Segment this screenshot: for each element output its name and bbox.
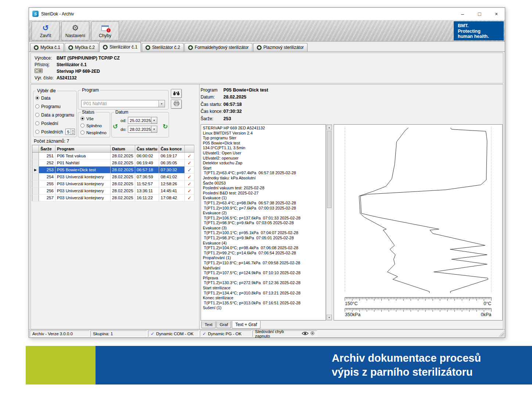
date-forward-refresh-icon[interactable]: ↻	[163, 124, 168, 130]
check-icon: ✓	[151, 331, 154, 336]
radio-vyber-data-a-programu[interactable]: Data a programu	[35, 111, 75, 118]
minimize-button[interactable]: –	[454, 8, 471, 20]
radio-status-v-e[interactable]: Vše	[80, 115, 109, 122]
chevron-down-icon[interactable]: ▼	[158, 100, 165, 107]
chevron-down-icon[interactable]: ▼	[151, 126, 157, 133]
spin-up-icon[interactable]: ▲	[71, 129, 75, 132]
view-tab-graf[interactable]: Graf	[216, 321, 231, 328]
date-to-field[interactable]: 28.02.2025 ▼	[128, 126, 157, 133]
close-button[interactable]: ×	[488, 8, 505, 20]
close-toolbar-label: Zavřít	[40, 33, 51, 38]
table-row-256[interactable]: 256P03 Univerzál kontejnery28.02.202513:…	[32, 187, 194, 194]
detail-konec-value: 07:30:32	[223, 109, 242, 114]
radio-indicator	[80, 130, 85, 135]
device-tab-steriliz-tor-1[interactable]: Sterilizátor č.1	[99, 42, 141, 52]
log-line: Poslední B&D test: 2025-02-27	[203, 191, 326, 196]
device-tab-my-ka-2[interactable]: Myčka č.2	[65, 43, 98, 51]
device-icon	[188, 45, 193, 50]
cell-konec: 07:30:32	[159, 167, 185, 174]
device-icon	[34, 45, 39, 50]
pristroj-label: Přístroj:	[35, 62, 57, 67]
log-scrollbar[interactable]: ▲ ▼	[326, 124, 332, 321]
cell-sarze: 255	[39, 180, 55, 187]
date-from-value[interactable]: 25.02.2025	[128, 117, 151, 124]
device-tab-my-ka-1[interactable]: Myčka č.1	[30, 43, 64, 51]
table-row-253[interactable]: ▶253P05 Bowie+Dick test28.02.202506:57:1…	[32, 167, 194, 174]
banner-line2: výpis z parního sterilizátoru	[332, 365, 481, 379]
log-line: Start	[203, 166, 326, 171]
column-header-ar-e[interactable]: Šarže	[39, 145, 55, 153]
radio-label: Nesplněno	[86, 130, 107, 135]
radio-indicator	[35, 121, 39, 125]
view-tab-text[interactable]: Text	[201, 321, 216, 328]
log-line: Poslední vakuum test: 2025-02-28	[203, 186, 326, 191]
radio-vyber-programu[interactable]: Programu	[35, 103, 75, 110]
device-tab-formaldehydov-steriliz-tor[interactable]: Formaldehydový sterilizátor	[184, 43, 252, 51]
table-row-257[interactable]: 257P03 Univerzál kontejnery28.02.202516:…	[32, 194, 194, 201]
status-segment-dynamic-com-ok: ✓Dynamic COM - OK	[148, 330, 199, 337]
scroll-down-icon[interactable]: ▼	[327, 315, 332, 320]
banner-green-block	[26, 346, 96, 385]
panel-divider	[199, 85, 200, 329]
svg-text:350kPa: 350kPa	[345, 312, 360, 317]
print-button[interactable]	[171, 100, 182, 109]
log-line: Nahřívání	[203, 266, 326, 271]
radio-vyber-posledn[interactable]: Poslední	[35, 120, 75, 127]
titlebar: S SteriDok - Archiv – □ ×	[29, 8, 505, 20]
date-back-refresh-icon[interactable]: ↺	[113, 124, 118, 130]
scroll-up-icon[interactable]: ▲	[327, 125, 332, 130]
row-marker	[32, 160, 39, 167]
log-line: T(PT1.2)=135.5°C; p=313.0kPa 07:16:51 20…	[203, 301, 326, 306]
table-row-255[interactable]: 255P03 Univerzál kontejnery28.02.202511:…	[32, 180, 194, 187]
spin-down-icon[interactable]: ▼	[71, 132, 75, 135]
radio-vyber-posledn-ch[interactable]: Posledních5▲▼	[35, 128, 75, 135]
radio-status-spln-no[interactable]: Splněno	[80, 122, 109, 129]
device-tab-plazmov-steriliz-tor[interactable]: Plazmový sterilizátor	[253, 43, 308, 51]
scrollbar-thumb[interactable]	[327, 131, 331, 208]
program-combobox[interactable]: P01 Nahřátí ▼	[81, 100, 165, 107]
logo-line2: Protecting	[458, 29, 504, 34]
process-log[interactable]: STERIVAP HP 669 2ED A5241132Linux BMTDIS…	[201, 124, 326, 321]
table-row-254[interactable]: 254P03 Univerzál kontejnery28.02.202507:…	[32, 174, 194, 180]
bmt-logo: BMT. Protecting human health.	[454, 21, 504, 40]
row-marker	[32, 153, 39, 160]
datum-group: Datum ↺ ↻ od: 25.02.2025 ▼ do: 28.02.202…	[111, 110, 169, 137]
status-text: Dynamic PG - OK	[208, 332, 241, 336]
column-header-as-konce[interactable]: Čas konce	[159, 145, 185, 153]
process-chart: 150°C0°C350kPa0kPa	[334, 125, 502, 320]
device-tab-steriliz-tor-2[interactable]: Sterilizátor č.2	[142, 43, 184, 51]
toolbar: ↺ Zavřít ⚙ Nastavení ! Chyby BMT. Pr	[29, 20, 505, 42]
table-row-251[interactable]: 251P06 Test vakua28.02.202506:00:0206:19…	[32, 153, 194, 160]
cell-konec: 12:58:26	[159, 180, 185, 187]
view-tab-text-graf[interactable]: Text + Graf	[232, 321, 260, 329]
column-header-as-startu[interactable]: Čas startu	[135, 145, 159, 153]
radio-status-nespln-no[interactable]: Nesplněno	[80, 129, 109, 136]
cell-sarze: 257	[39, 194, 55, 201]
column-header-program[interactable]: Program	[55, 145, 111, 153]
table-row-252[interactable]: 252P01 Nahřátí28.02.202506:19:4906:35:05…	[32, 160, 194, 167]
radio-vyber-data[interactable]: Data	[35, 94, 75, 101]
chevron-down-icon[interactable]: ▼	[151, 117, 157, 124]
check-icon: ✓	[185, 153, 194, 160]
errors-button[interactable]: ! Chyby	[91, 21, 119, 40]
log-line: Evakuace (1)	[203, 196, 326, 201]
svg-text:0°C: 0°C	[484, 301, 491, 306]
check-icon: ✓	[185, 194, 194, 201]
cell-sarze: 253	[39, 167, 55, 174]
maximize-button[interactable]: □	[471, 8, 488, 20]
poslednich-count-spinner[interactable]: 5▲▼	[65, 129, 75, 135]
radio-indicator	[35, 104, 39, 108]
column-header-datum[interactable]: Datum	[111, 145, 135, 153]
settings-button[interactable]: ⚙ Nastavení	[61, 21, 89, 40]
date-to-value[interactable]: 28.02.2025	[128, 126, 151, 133]
radio-indicator	[35, 130, 39, 134]
date-from-field[interactable]: 25.02.2025 ▼	[128, 117, 157, 124]
log-line: T(PT1.2)=106.5°C; p=137.6kPa 07:01:33 20…	[203, 216, 326, 221]
eye-icon	[302, 331, 309, 336]
close-toolbar-button[interactable]: ↺ Zavřít	[32, 21, 60, 40]
search-button[interactable]	[171, 89, 182, 98]
row-marker	[32, 180, 39, 187]
chart-panel: 150°C0°C350kPa0kPa	[334, 124, 503, 321]
device-tab-label: Myčka č.2	[75, 45, 95, 50]
log-line: Uživatel1: Open User	[203, 151, 326, 156]
